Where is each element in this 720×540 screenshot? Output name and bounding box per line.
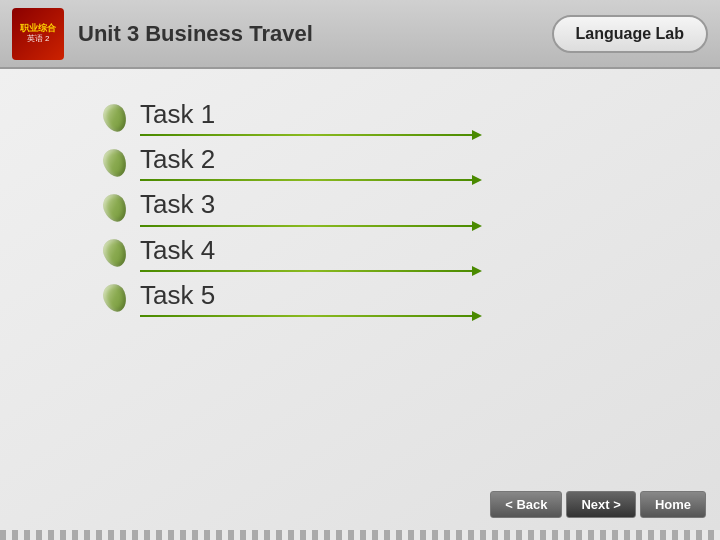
task-label-3: Task 3: [140, 189, 480, 220]
task-label-container-2: Task 2: [140, 144, 480, 181]
task-item-5[interactable]: Task 5: [100, 280, 660, 317]
task-item-4[interactable]: Task 4: [100, 235, 660, 272]
page-title: Unit 3 Business Travel: [78, 21, 552, 47]
drop-icon-4: [100, 236, 130, 270]
task-label-container-5: Task 5: [140, 280, 480, 317]
task-bullet-5: [100, 280, 130, 316]
task-item-2[interactable]: Task 2: [100, 144, 660, 181]
task-label-container-1: Task 1: [140, 99, 480, 136]
task-item-1[interactable]: Task 1: [100, 99, 660, 136]
logo: 职业综合 英语 2: [12, 8, 64, 60]
home-button[interactable]: Home: [640, 491, 706, 518]
logo-text-top: 职业综合: [20, 23, 56, 34]
logo-text-bottom: 英语 2: [27, 34, 50, 44]
task-bullet-3: [100, 190, 130, 226]
task-bullet-1: [100, 100, 130, 136]
task-label-2: Task 2: [140, 144, 480, 175]
task-list: Task 1 Task 2 Task 3 Ta: [100, 99, 660, 325]
task-label-container-4: Task 4: [140, 235, 480, 272]
task-underline-3: [140, 225, 480, 227]
drop-icon-3: [100, 191, 130, 225]
language-lab-button[interactable]: Language Lab: [552, 15, 708, 53]
drop-icon-1: [100, 101, 130, 135]
task-underline-4: [140, 270, 480, 272]
task-label-5: Task 5: [140, 280, 480, 311]
drop-icon-2: [100, 146, 130, 180]
task-label-4: Task 4: [140, 235, 480, 266]
main-content: Task 1 Task 2 Task 3 Ta: [0, 69, 720, 530]
bottom-strip: [0, 530, 720, 540]
task-bullet-4: [100, 235, 130, 271]
header: 职业综合 英语 2 Unit 3 Business Travel Languag…: [0, 0, 720, 69]
next-button[interactable]: Next >: [566, 491, 635, 518]
drop-icon-5: [100, 281, 130, 315]
task-underline-1: [140, 134, 480, 136]
task-label-1: Task 1: [140, 99, 480, 130]
task-bullet-2: [100, 145, 130, 181]
task-item-3[interactable]: Task 3: [100, 189, 660, 226]
back-button[interactable]: < Back: [490, 491, 562, 518]
task-underline-5: [140, 315, 480, 317]
task-underline-2: [140, 179, 480, 181]
bottom-nav: < Back Next > Home: [490, 491, 706, 518]
task-label-container-3: Task 3: [140, 189, 480, 226]
